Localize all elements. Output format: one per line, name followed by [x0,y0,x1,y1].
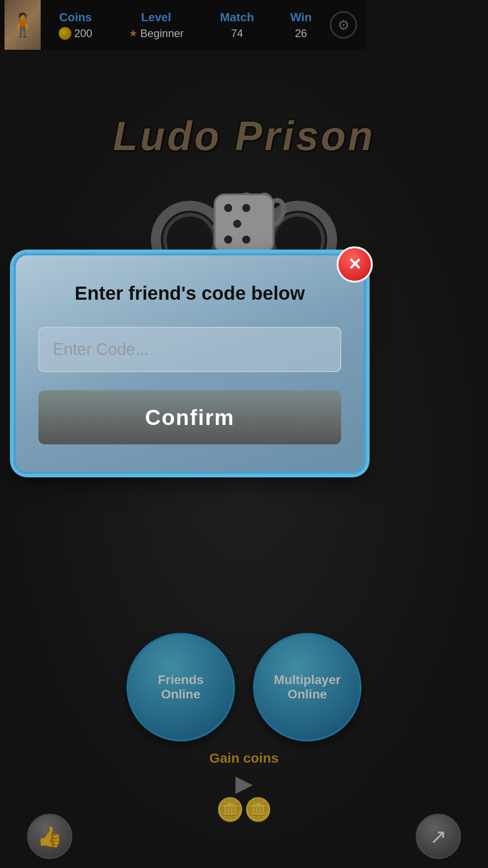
modal-close-button[interactable]: ✕ [337,246,373,283]
code-input[interactable] [38,327,341,372]
modal-title: Enter friend's code below [38,283,341,304]
friend-code-modal: ✕ Enter friend's code below Confirm [14,253,366,474]
confirm-button[interactable]: Confirm [38,390,341,444]
close-icon: ✕ [348,255,361,274]
